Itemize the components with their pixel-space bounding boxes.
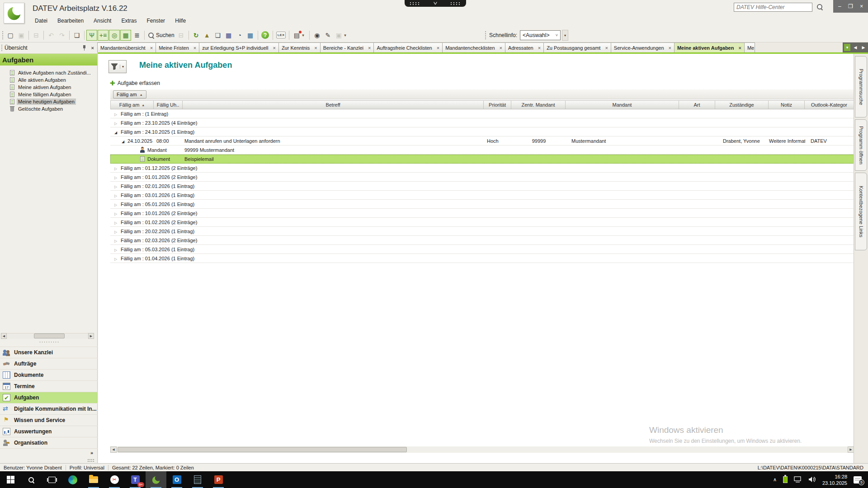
toolbar-overflow-icon[interactable]: ▾: [302, 33, 307, 38]
table-row-link-dokument[interactable]: Dokument Beispielemail: [110, 155, 854, 164]
sidebar-horizontal-scrollbar[interactable]: ◀ ▶: [1, 333, 94, 339]
tab-adressaten[interactable]: Adressaten: [505, 42, 544, 52]
tab-service-anwendungen[interactable]: Service-Anwendungen: [611, 42, 675, 52]
close-icon[interactable]: ×: [91, 45, 94, 51]
restore-button[interactable]: ❐: [846, 3, 855, 9]
expander-icon[interactable]: [113, 129, 118, 135]
sidebar-item-dokumente[interactable]: Dokumente: [0, 369, 98, 380]
expander-icon[interactable]: [113, 165, 118, 171]
sidebar-resize-grip[interactable]: [87, 459, 94, 462]
send-button[interactable]: ▲: [202, 30, 212, 41]
chevron-down-icon[interactable]: ˅: [433, 2, 437, 5]
expander-icon[interactable]: [113, 202, 118, 207]
note-badge-button[interactable]: ▤: [291, 30, 302, 41]
scroll-right-icon[interactable]: ▶: [88, 333, 94, 339]
schnellinfo-select[interactable]: <Auswahl> ˅: [520, 30, 561, 40]
expander-icon[interactable]: [113, 211, 118, 216]
close-tab-icon[interactable]: [538, 45, 541, 51]
expander-icon[interactable]: [113, 111, 118, 117]
sidebar-expand-button[interactable]: »: [0, 448, 98, 456]
sidebar-item-unsere-kanzlei[interactable]: Unsere Kanzlei: [0, 347, 98, 358]
tree-item-meine-faelligen-aufgaben[interactable]: Meine fälligen Aufgaben: [10, 91, 97, 98]
add-entry-button[interactable]: +≡: [98, 30, 108, 41]
tab-bereiche-kanzlei[interactable]: Bereiche - Kanzlei: [320, 42, 374, 52]
table-row-group[interactable]: Fällig am : 05.03.2026 (1 Eintrag): [110, 245, 854, 254]
filter-button[interactable]: ▾: [108, 60, 127, 73]
taskbar-search-button[interactable]: [21, 471, 42, 488]
tab-zu-postausgang[interactable]: Zu Postausgang gesamt: [543, 42, 611, 52]
tab-auftragsfreie-checklisten[interactable]: Auftragsfreie Checklisten: [373, 42, 443, 52]
scrollbar-thumb[interactable]: [118, 447, 407, 452]
column-header-outlook-kategorie[interactable]: Outlook-Kategor: [805, 101, 854, 109]
stopwatch-button[interactable]: ◔: [234, 30, 245, 41]
tree-item-meine-aktiven-aufgaben[interactable]: Meine aktiven Aufgaben: [10, 84, 97, 91]
file-explorer-button[interactable]: [83, 471, 104, 488]
tree-item-alle-aktiven-aufgaben[interactable]: Alle aktiven Aufgaben: [10, 76, 97, 84]
table-row-group[interactable]: Fällig am : 20.02.2026 (1 Eintrag): [110, 227, 854, 236]
duplicate-button[interactable]: ❏: [71, 30, 82, 41]
main-horizontal-scrollbar[interactable]: ◀ ▶: [110, 446, 854, 453]
task-view-button[interactable]: [42, 471, 62, 488]
group-chip-faellig-am[interactable]: Fällig am: [113, 90, 146, 99]
menu-datei[interactable]: Datei: [30, 16, 52, 25]
tree-item-geloeschte-aufgaben[interactable]: Gelöschte Aufgaben: [10, 105, 97, 113]
tree-item-aktive-aufgaben-nach-zustaendigkeit[interactable]: Aktive Aufgaben nach Zuständi...: [10, 69, 97, 76]
undo-button[interactable]: ↶: [46, 30, 57, 41]
scrollbar-track[interactable]: [7, 333, 88, 339]
sidebar-item-aufgaben[interactable]: Aufgaben: [0, 392, 98, 403]
speaker-icon[interactable]: [808, 476, 816, 483]
column-header-faellig-am[interactable]: Fällig am: [110, 101, 154, 109]
tab-meine-aktiven-aufgaben[interactable]: Meine aktiven Aufgaben: [674, 42, 745, 52]
tree-view-button[interactable]: Ψ: [86, 30, 97, 41]
notepad-button[interactable]: [187, 471, 208, 488]
close-tab-icon[interactable]: [314, 45, 317, 51]
table-row-group[interactable]: Fällig am : 01.02.2026 (2 Einträge): [110, 218, 854, 227]
snipping-tool-button[interactable]: ✂: [104, 471, 125, 488]
vtab-programmsuche[interactable]: Programmsuche: [855, 56, 867, 117]
sidebar-item-termine[interactable]: Termine: [0, 380, 98, 392]
history-button[interactable]: ◉: [311, 30, 322, 41]
expander-icon[interactable]: [113, 192, 118, 198]
tab-mandantenuebersicht[interactable]: Mandantenübersicht: [97, 42, 156, 52]
sidebar-item-auswertungen[interactable]: Auswertungen: [0, 426, 98, 437]
powerpoint-button[interactable]: P: [208, 471, 229, 488]
column-header-art[interactable]: Art: [679, 101, 715, 109]
list-view-button[interactable]: ≣: [132, 30, 142, 41]
table-row-group[interactable]: Fällig am : 01.12.2025 (2 Einträge): [110, 164, 854, 173]
edge-button[interactable]: [62, 471, 83, 488]
tray-chevron-up-icon[interactable]: ∧: [773, 477, 777, 483]
copy-pages-button[interactable]: ❏: [212, 30, 223, 41]
tab-zur-kenntnis[interactable]: Zur Kenntnis: [278, 42, 321, 52]
table-row-group[interactable]: Fällig am : 01.01.2026 (2 Einträge): [110, 173, 854, 182]
package-button[interactable]: ▣: [333, 30, 344, 41]
expander-icon[interactable]: [113, 220, 118, 225]
close-tab-icon[interactable]: [150, 45, 153, 51]
close-tab-icon[interactable]: [669, 45, 671, 51]
close-tab-icon[interactable]: [437, 45, 439, 51]
column-header-zentr-mandant[interactable]: Zentr. Mandant: [511, 101, 566, 109]
chevron-down-icon[interactable]: ▾: [120, 65, 126, 69]
expander-icon[interactable]: [113, 238, 118, 243]
table-row-group[interactable]: Fällig am : 23.10.2025 (4 Einträge): [110, 118, 854, 127]
column-header-faellig-uhrzeit[interactable]: Fällig Uh..: [154, 101, 183, 109]
close-tab-icon[interactable]: [273, 45, 275, 51]
tab-mandantenchecklisten[interactable]: Mandantenchecklisten: [442, 42, 505, 52]
menu-bearbeiten[interactable]: Bearbeiten: [52, 16, 89, 25]
tile-view-button[interactable]: ▦: [120, 30, 131, 41]
table-row-task[interactable]: 24.10.2025 08:00 Mandant anrufen und Unt…: [110, 136, 854, 145]
close-tab-icon[interactable]: [605, 45, 608, 51]
teams-button[interactable]: T9+: [125, 471, 146, 488]
help-button[interactable]: ?: [260, 30, 271, 41]
scrollbar-thumb[interactable]: [34, 333, 65, 338]
scroll-tabs-right-icon[interactable]: ▶: [860, 45, 867, 50]
scrollbar-track[interactable]: [117, 446, 848, 453]
help-search-input[interactable]: [734, 3, 812, 12]
new-document-button[interactable]: ▢: [5, 30, 16, 41]
start-button[interactable]: [0, 471, 21, 488]
sidebar-item-organisation[interactable]: Organisation: [0, 437, 98, 448]
table-row-group[interactable]: Fällig am : 02.03.2026 (2 Einträge): [110, 236, 854, 245]
scroll-left-icon[interactable]: ◀: [110, 446, 117, 453]
expander-icon[interactable]: [113, 183, 118, 189]
zoom-document-button[interactable]: ◎: [109, 30, 120, 41]
tab-list-dropdown-icon[interactable]: ▾: [844, 44, 850, 51]
